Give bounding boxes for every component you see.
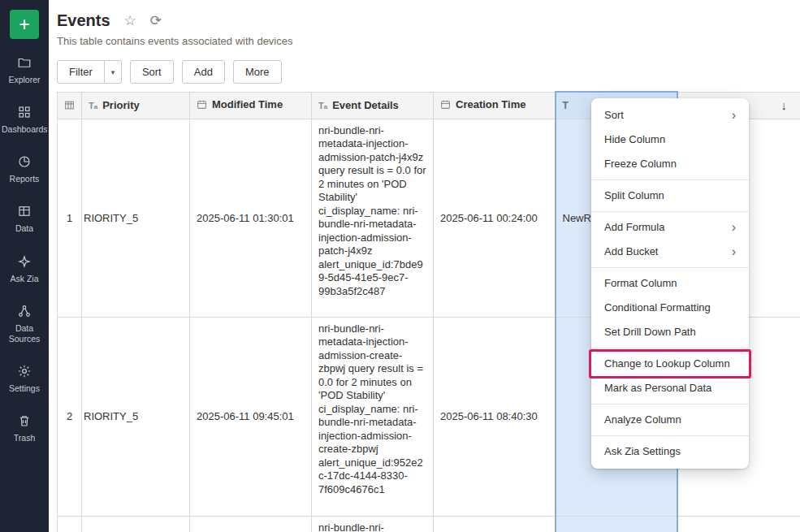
column-header-priority[interactable]: TaPriority	[82, 92, 190, 119]
submenu-chevron-icon: ›	[732, 222, 736, 233]
sort-button[interactable]: Sort	[130, 60, 174, 84]
menu-divider	[591, 211, 749, 212]
sidebar-item-label: Data	[15, 223, 33, 234]
sidebar-item-dashboards[interactable]: Dashboards	[0, 95, 49, 145]
app-window: + Explorer Dashboards Reports Data Ask Z…	[0, 0, 800, 532]
favorite-star-icon[interactable]: ☆	[124, 14, 136, 28]
sidebar-item-label: Dashboards	[2, 124, 47, 135]
priority-cell[interactable]: RIORITY_5	[82, 119, 190, 317]
event-details-cell[interactable]: nri-bundle-nri-metadata-injection	[312, 516, 434, 532]
table-row: nri-bundle-nri-metadata-injection	[58, 516, 800, 532]
refresh-icon[interactable]: ⟳	[150, 14, 162, 28]
text-type-icon: T	[563, 100, 569, 111]
priority-cell[interactable]	[82, 516, 190, 532]
more-button[interactable]: More	[233, 60, 282, 84]
submenu-chevron-icon: ›	[732, 110, 736, 121]
menu-divider	[591, 435, 749, 436]
menu-item-analyze-column[interactable]: Analyze Column	[591, 408, 749, 432]
menu-item-change-to-lookup-column[interactable]: Change to Lookup Column	[591, 352, 749, 376]
cell[interactable]	[677, 516, 800, 532]
menu-divider	[591, 348, 749, 348]
filter-button[interactable]: Filter	[57, 60, 105, 84]
event-details-cell[interactable]: nri-bundle-nri-metadata-injection-admiss…	[312, 119, 434, 317]
sidebar-item-trash[interactable]: Trash	[0, 404, 49, 453]
menu-item-set-drill-down-path[interactable]: Set Drill Down Path	[591, 320, 749, 344]
creation-time-cell[interactable]	[434, 516, 556, 532]
submenu-chevron-icon: ›	[732, 246, 736, 257]
menu-item-split-column[interactable]: Split Column	[591, 184, 749, 208]
selected-column-cell[interactable]	[556, 516, 677, 532]
sidebar-item-label: Reports	[10, 174, 40, 184]
calendar-icon	[197, 99, 207, 110]
column-header-event-details[interactable]: TaEvent Details	[312, 92, 434, 119]
creation-time-cell[interactable]: 2025-06-11 00:24:00	[434, 119, 556, 317]
text-type-icon: Ta	[89, 101, 97, 110]
row-number-cell[interactable]	[58, 516, 82, 532]
sort-descending-icon[interactable]: ↓	[781, 98, 794, 112]
sidebar: + Explorer Dashboards Reports Data Ask Z…	[0, 0, 49, 532]
event-details-cell[interactable]: nri-bundle-nri-metadata-injection-admiss…	[312, 317, 434, 516]
column-header-creation-time[interactable]: Creation Time	[434, 92, 556, 119]
sidebar-item-ask-zia[interactable]: Ask Zia	[0, 244, 49, 294]
menu-item-ask-zia-settings[interactable]: Ask Zia Settings	[591, 439, 749, 464]
modified-time-cell[interactable]: 2025-06-11 09:45:01	[190, 317, 312, 516]
pie-chart-icon	[17, 154, 32, 169]
sidebar-item-explorer[interactable]: Explorer	[0, 45, 49, 95]
text-type-icon: Ta	[318, 101, 327, 110]
menu-divider	[591, 179, 749, 180]
table-description: This table contains events associated wi…	[57, 35, 800, 47]
creation-time-cell[interactable]: 2025-06-11 08:40:30	[434, 317, 556, 516]
menu-divider	[591, 267, 749, 268]
gear-icon	[17, 364, 32, 378]
menu-item-sort[interactable]: Sort ›	[591, 103, 749, 128]
calendar-icon	[440, 99, 451, 110]
create-new-button[interactable]: +	[10, 10, 39, 39]
page-title: Events	[57, 11, 110, 30]
menu-item-hide-column[interactable]: Hide Column	[591, 128, 749, 152]
menu-item-conditional-formatting[interactable]: Conditional Formatting	[591, 296, 749, 320]
grid-icon	[64, 100, 75, 110]
network-icon	[17, 304, 32, 318]
filter-split-button: Filter ▾	[57, 60, 122, 84]
modified-time-cell[interactable]: 2025-06-11 01:30:01	[190, 119, 312, 317]
menu-item-mark-as-personal-data[interactable]: Mark as Personal Data	[591, 376, 749, 400]
sidebar-item-settings[interactable]: Settings	[0, 354, 49, 404]
priority-cell[interactable]: RIORITY_5	[82, 317, 190, 516]
menu-item-add-bucket[interactable]: Add Bucket ›	[591, 240, 749, 264]
menu-item-freeze-column[interactable]: Freeze Column	[591, 152, 749, 176]
sidebar-item-data[interactable]: Data	[0, 194, 49, 244]
dashboards-grid-icon	[17, 105, 32, 119]
page-header: Events ☆ ⟳ This table contains events as…	[49, 0, 800, 47]
modified-time-cell[interactable]	[190, 516, 312, 532]
row-number-cell[interactable]: 1	[58, 119, 82, 317]
column-context-menu: Sort › Hide Column Freeze Column Split C…	[591, 98, 749, 469]
table-icon	[17, 204, 32, 218]
menu-divider	[591, 404, 749, 404]
trash-icon	[17, 413, 32, 428]
sidebar-item-reports[interactable]: Reports	[0, 145, 49, 194]
sidebar-item-label: Data Sources	[2, 323, 47, 344]
sidebar-item-label: Settings	[9, 383, 40, 394]
add-button[interactable]: Add	[182, 60, 225, 84]
sidebar-item-label: Trash	[14, 433, 35, 443]
folder-icon	[17, 55, 32, 70]
spark-icon	[17, 254, 32, 269]
sidebar-item-label: Ask Zia	[10, 274, 38, 284]
sidebar-item-data-sources[interactable]: Data Sources	[0, 294, 49, 354]
row-number-cell[interactable]: 2	[58, 317, 82, 516]
filter-dropdown-caret-icon[interactable]: ▾	[105, 60, 122, 84]
column-header-modified-time[interactable]: Modified Time	[190, 92, 312, 119]
sidebar-item-label: Explorer	[8, 75, 40, 85]
row-number-header[interactable]	[58, 92, 82, 119]
menu-item-format-column[interactable]: Format Column	[591, 271, 749, 296]
toolbar: Filter ▾ Sort Add More	[49, 47, 800, 84]
menu-item-add-formula[interactable]: Add Formula ›	[591, 215, 749, 240]
